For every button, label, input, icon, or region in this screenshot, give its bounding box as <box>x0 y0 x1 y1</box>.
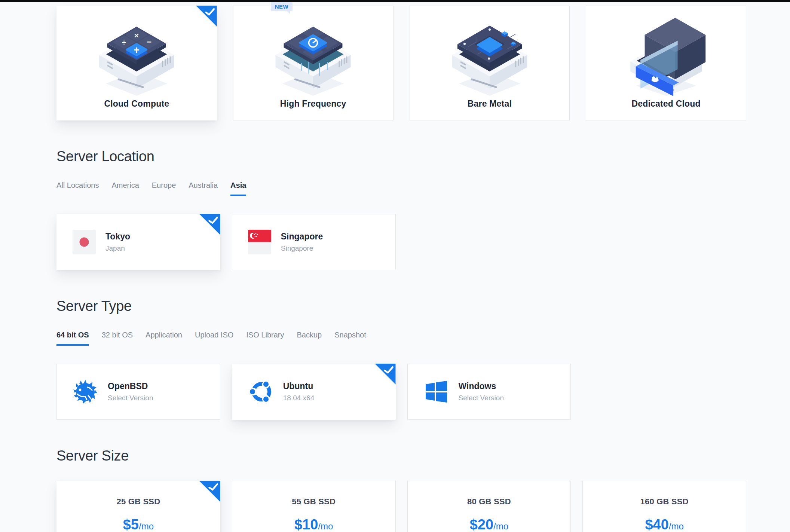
plan-price: $10/mo <box>232 517 395 532</box>
location-card-tokyo[interactable]: Tokyo Japan <box>56 214 220 270</box>
tab-america[interactable]: America <box>111 181 139 196</box>
tab-64-bit-os[interactable]: 64 bit OS <box>56 331 89 346</box>
plan-price: $5/mo <box>57 517 220 532</box>
tab-snapshot[interactable]: Snapshot <box>334 331 366 346</box>
plan-price: $40/mo <box>583 517 746 532</box>
tab-backup[interactable]: Backup <box>297 331 322 346</box>
product-title: High Frequency <box>280 99 346 109</box>
high-frequency-illustration <box>265 6 361 99</box>
tab-application[interactable]: Application <box>146 331 182 346</box>
os-name: OpenBSD <box>108 381 153 391</box>
plan-price-period: /mo <box>139 521 154 531</box>
os-card-openbsd[interactable]: OpenBSD Select Version <box>56 364 220 420</box>
os-text: Windows Select Version <box>459 381 504 402</box>
product-title: Dedicated Cloud <box>631 99 700 109</box>
openbsd-icon <box>73 379 98 404</box>
product-card-high-frequency[interactable]: NEW <box>233 6 394 120</box>
selected-corner <box>375 364 396 385</box>
os-version[interactable]: Select Version <box>108 394 153 402</box>
location-country: Singapore <box>281 244 323 253</box>
dedicated-cloud-illustration <box>618 6 714 99</box>
tab-australia[interactable]: Australia <box>189 181 218 196</box>
server-type-heading: Server Type <box>56 299 746 314</box>
bare-metal-illustration <box>442 6 538 99</box>
server-size-heading: Server Size <box>56 448 746 464</box>
svg-text:÷: ÷ <box>122 38 126 47</box>
plan-price-amount: $40 <box>645 517 668 532</box>
tab-europe[interactable]: Europe <box>152 181 176 196</box>
plan-price-amount: $5 <box>123 517 139 532</box>
deploy-page: × ÷ − + Cloud Compute NEW <box>0 2 790 532</box>
location-country: Japan <box>105 244 130 253</box>
os-text: OpenBSD Select Version <box>108 381 153 402</box>
os-name: Ubuntu <box>283 381 314 391</box>
product-title: Bare Metal <box>468 99 512 109</box>
plan-price: $20/mo <box>408 517 571 532</box>
plan-price-amount: $10 <box>294 517 318 532</box>
svg-text:−: − <box>147 37 151 47</box>
os-card-windows[interactable]: Windows Select Version <box>407 364 571 420</box>
selected-corner <box>199 214 220 235</box>
size-card-160gb[interactable]: 160 GB SSD $40/mo $0.060/h <box>582 481 746 532</box>
plan-price-period: /mo <box>318 521 333 531</box>
check-icon <box>208 216 219 224</box>
os-card-ubuntu[interactable]: Ubuntu 18.04 x64 <box>232 364 396 420</box>
svg-text:+: + <box>134 45 140 56</box>
location-text: Singapore Singapore <box>281 232 323 253</box>
tab-32-bit-os[interactable]: 32 bit OS <box>102 331 133 346</box>
location-card-singapore[interactable]: Singapore Singapore <box>232 214 396 270</box>
check-icon <box>383 366 394 374</box>
check-icon <box>208 483 219 492</box>
plan-storage: 55 GB SSD <box>232 497 395 507</box>
tab-asia[interactable]: Asia <box>230 181 246 196</box>
cloud-compute-illustration: × ÷ − + <box>89 6 184 99</box>
product-card-cloud-compute[interactable]: × ÷ − + Cloud Compute <box>56 6 217 120</box>
singapore-flag-icon <box>248 230 271 254</box>
product-card-dedicated-cloud[interactable]: Dedicated Cloud <box>586 6 746 120</box>
size-card-55gb[interactable]: 55 GB SSD $10/mo $0.015/h <box>232 481 396 532</box>
size-row: 25 GB SSD $5/mo $0.007/h 55 GB SSD $10/m… <box>56 481 746 532</box>
size-card-25gb[interactable]: 25 GB SSD $5/mo $0.007/h <box>56 481 220 532</box>
server-location-heading: Server Location <box>56 149 746 165</box>
location-city: Tokyo <box>105 232 130 242</box>
os-text: Ubuntu 18.04 x64 <box>283 381 314 402</box>
selected-corner <box>196 6 217 27</box>
os-row: OpenBSD Select Version <box>56 364 746 420</box>
os-version[interactable]: Select Version <box>459 394 504 402</box>
os-name: Windows <box>459 381 504 391</box>
os-version[interactable]: 18.04 x64 <box>283 394 314 402</box>
plan-price-period: /mo <box>669 521 684 531</box>
plan-price-period: /mo <box>493 521 508 531</box>
windows-icon <box>423 379 449 404</box>
tab-all-locations[interactable]: All Locations <box>56 181 99 196</box>
svg-text:×: × <box>134 31 139 40</box>
product-row: × ÷ − + Cloud Compute NEW <box>56 6 746 120</box>
product-card-bare-metal[interactable]: Bare Metal <box>410 6 570 120</box>
location-tabs: All Locations America Europe Australia A… <box>56 181 746 196</box>
tab-upload-iso[interactable]: Upload ISO <box>195 331 233 346</box>
plan-price-amount: $20 <box>470 517 493 532</box>
location-city: Singapore <box>281 232 323 242</box>
product-title: Cloud Compute <box>104 99 169 109</box>
ubuntu-icon <box>248 379 273 404</box>
plan-storage: 160 GB SSD <box>583 497 746 507</box>
plan-storage: 25 GB SSD <box>57 497 220 507</box>
type-tabs: 64 bit OS 32 bit OS Application Upload I… <box>56 331 746 346</box>
japan-flag-icon <box>73 230 96 254</box>
location-row: Tokyo Japan Singapore <box>56 214 746 270</box>
check-icon <box>205 8 215 16</box>
new-badge: NEW <box>271 2 293 11</box>
location-text: Tokyo Japan <box>105 232 130 253</box>
tab-iso-library[interactable]: ISO Library <box>246 331 284 346</box>
plan-storage: 80 GB SSD <box>408 497 571 507</box>
size-card-80gb[interactable]: 80 GB SSD $20/mo $0.030/h <box>407 481 571 532</box>
